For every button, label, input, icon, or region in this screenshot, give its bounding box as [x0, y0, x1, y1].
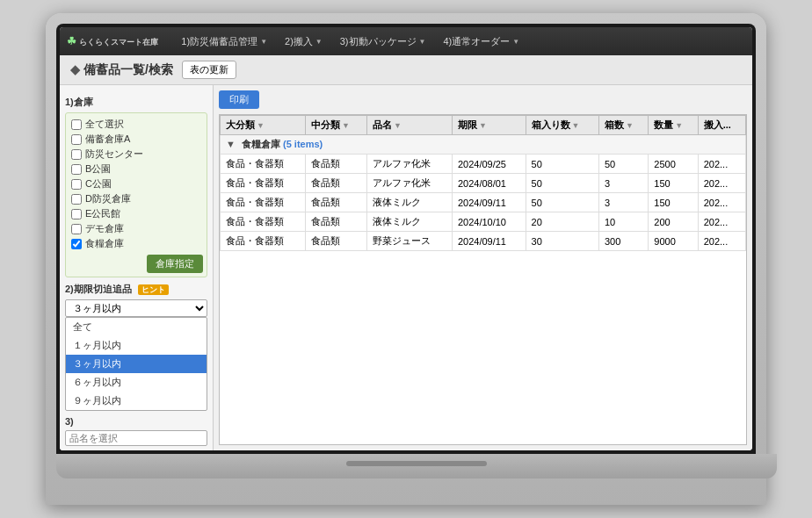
col-header-box-qty[interactable]: 箱入り数▼	[526, 116, 598, 135]
table-row[interactable]: 食品・食器類 食品類 液体ミルク 2024/09/11 50 3 150 202…	[221, 193, 746, 212]
section1-label: 1)倉庫	[65, 96, 207, 109]
checkbox-disaster-center[interactable]: 防災センター	[69, 147, 203, 162]
col-header-name[interactable]: 品名▼	[366, 116, 452, 135]
app-logo: ☘ らくらくスマート在庫	[67, 35, 158, 48]
app-body: 備蓄品一覧/検索 表の更新 1)倉庫 全て選択	[60, 55, 752, 450]
right-content: 印刷 大分類▼ 中分類▼ 品名▼ 期限▼ 箱入	[214, 85, 752, 450]
group-row: ▼ 食糧倉庫 (5 items)	[221, 135, 746, 155]
checkbox-demo[interactable]: デモ倉庫	[69, 221, 203, 236]
col-header-category1[interactable]: 大分類▼	[221, 116, 306, 135]
sort-icon: ▼	[342, 121, 350, 130]
checkbox-all-input[interactable]	[71, 119, 82, 130]
sort-icon: ▼	[675, 121, 683, 130]
checkbox-all[interactable]: 全て選択	[69, 117, 203, 132]
col-header-expiry[interactable]: 期限▼	[452, 116, 526, 135]
warehouse-specify-button[interactable]: 倉庫指定	[147, 255, 203, 273]
checkbox-park-b-input[interactable]	[71, 164, 82, 175]
col-header-boxes[interactable]: 箱数▼	[598, 116, 648, 135]
sort-icon: ▼	[479, 121, 487, 130]
chevron-down-icon: ▼	[260, 38, 267, 46]
checkbox-warehouse-a[interactable]: 備蓄倉庫A	[69, 132, 203, 147]
checkbox-park-c-input[interactable]	[71, 179, 82, 190]
main-content: 1)倉庫 全て選択 備蓄倉庫A	[60, 85, 752, 450]
expiry-option-3month[interactable]: ３ヶ月以内	[66, 355, 207, 373]
checkbox-hall-e[interactable]: E公民館	[69, 206, 203, 221]
chevron-down-icon: ▼	[512, 38, 519, 46]
update-button[interactable]: 表の更新	[182, 61, 236, 79]
col-header-quantity[interactable]: 数量▼	[649, 116, 698, 135]
warehouse-section: 全て選択 備蓄倉庫A 防災センター	[65, 112, 207, 277]
print-button[interactable]: 印刷	[219, 90, 259, 109]
toolbar: 印刷	[219, 90, 747, 109]
page-header: 備蓄品一覧/検索 表の更新	[60, 55, 752, 85]
nav-item-import[interactable]: 2)搬入 ▼	[276, 32, 331, 52]
data-table: 大分類▼ 中分類▼ 品名▼ 期限▼ 箱入り数▼ 箱数▼ 数量▼ 搬入...	[219, 114, 747, 445]
checkbox-warehouse-d[interactable]: D防災倉庫	[69, 191, 203, 206]
expiry-option-all[interactable]: 全て	[66, 318, 207, 336]
laptop-base	[56, 454, 777, 478]
section3-input[interactable]	[65, 430, 207, 446]
table-row[interactable]: 食品・食器類 食品類 液体ミルク 2024/10/10 20 10 200 20…	[221, 212, 746, 232]
section2-label: 2)期限切迫追品 ヒント	[65, 283, 207, 296]
sidebar: 1)倉庫 全て選択 備蓄倉庫A	[60, 85, 214, 450]
col-header-category2[interactable]: 中分類▼	[306, 116, 367, 135]
checkbox-disaster-center-input[interactable]	[71, 149, 82, 160]
collapse-icon[interactable]: ▼	[226, 139, 236, 149]
table-row[interactable]: 食品・食器類 食品類 アルファ化米 2024/08/01 50 3 150 20…	[221, 174, 746, 193]
page-title: 備蓄品一覧/検索	[70, 62, 173, 78]
top-navigation: ☘ らくらくスマート在庫 1)防災備蓄品管理 ▼ 2)搬入 ▼ 3)初動パッケー…	[60, 27, 752, 55]
section3-label: 3)	[65, 416, 207, 427]
sort-icon: ▼	[626, 121, 634, 130]
expiry-dropdown-list: 全て １ヶ月以内 ３ヶ月以内 ６ヶ月以内 ９ヶ月以内	[65, 317, 207, 411]
checkbox-food-input[interactable]	[71, 239, 82, 249]
sort-icon: ▼	[257, 121, 265, 130]
expiry-option-1month[interactable]: １ヶ月以内	[66, 336, 207, 355]
chevron-down-icon: ▼	[315, 38, 323, 46]
sort-icon: ▼	[572, 121, 580, 130]
items-count: (5 items)	[283, 139, 323, 149]
nav-item-order[interactable]: 4)通常オーダー ▼	[434, 32, 528, 52]
expiry-section: 2)期限切迫追品 ヒント ３ヶ月以内 全て １ヶ月以内 ３ヶ月以内 ６ヶ月以内	[65, 283, 207, 411]
hint-badge: ヒント	[138, 284, 169, 295]
expiry-option-9month[interactable]: ９ヶ月以内	[66, 392, 207, 410]
expiry-dropdown[interactable]: ３ヶ月以内	[65, 299, 207, 317]
table-row[interactable]: 食品・食器類 食品類 野菜ジュース 2024/09/11 30 300 9000…	[221, 232, 746, 251]
checkbox-park-b[interactable]: B公園	[69, 162, 203, 176]
checkbox-demo-input[interactable]	[71, 224, 82, 234]
checkbox-hall-e-input[interactable]	[71, 209, 82, 219]
sort-icon: ▼	[394, 121, 402, 130]
nav-item-disaster[interactable]: 1)防災備蓄品管理 ▼	[172, 32, 276, 52]
nav-item-starter[interactable]: 3)初動パッケージ ▼	[331, 32, 435, 52]
table-row[interactable]: 食品・食器類 食品類 アルファ化米 2024/09/25 50 50 2500 …	[221, 155, 746, 174]
checkbox-park-c[interactable]: C公園	[69, 176, 203, 191]
checkbox-food[interactable]: 食糧倉庫	[69, 236, 203, 251]
group-label: 食糧倉庫	[242, 139, 280, 149]
chevron-down-icon: ▼	[419, 38, 426, 46]
expiry-option-6month[interactable]: ６ヶ月以内	[66, 373, 207, 392]
col-header-extra[interactable]: 搬入...	[698, 116, 745, 135]
checkbox-warehouse-a-input[interactable]	[71, 134, 82, 145]
checkbox-warehouse-d-input[interactable]	[71, 194, 82, 205]
